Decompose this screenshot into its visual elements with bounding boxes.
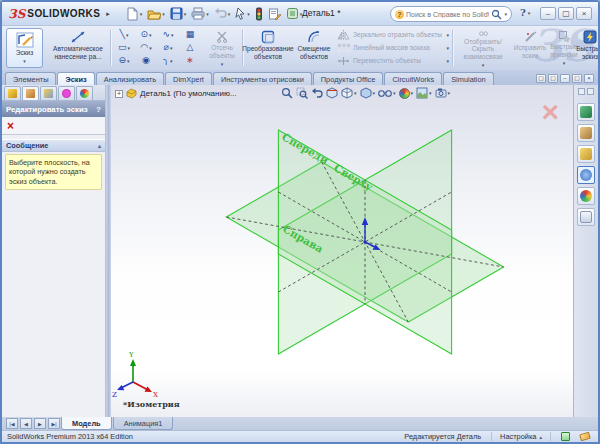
- dropdown-icon[interactable]: ▾: [126, 32, 129, 38]
- graphics-viewport[interactable]: Спереди Сверху Справа: [111, 85, 573, 417]
- dropdown-icon[interactable]: ▾: [354, 90, 357, 96]
- dropdown-icon[interactable]: ▾: [446, 58, 449, 64]
- design-library-button[interactable]: [577, 124, 595, 142]
- point-tool[interactable]: ∗: [179, 56, 201, 65]
- tab-scroll-first-button[interactable]: |◀: [6, 418, 18, 429]
- display-relations-button[interactable]: Отобразить/Скрыть взаимосвязи ▾: [455, 28, 511, 68]
- confirmation-corner-cancel[interactable]: ×: [541, 97, 559, 127]
- dropdown-icon[interactable]: ▾: [228, 11, 231, 17]
- model-tab[interactable]: Модель: [61, 417, 112, 430]
- status-tag-icon[interactable]: [579, 432, 590, 441]
- propertymanager-help-icon[interactable]: ?: [96, 105, 101, 114]
- search-magnifier-icon[interactable]: [491, 9, 502, 20]
- dropdown-icon[interactable]: ▾: [411, 90, 414, 96]
- convert-entities-button[interactable]: Преобразование объектов: [245, 28, 291, 68]
- polygon-tool[interactable]: △: [179, 43, 201, 52]
- rapid-sketch-button[interactable]: Быстрый эскиз: [580, 28, 598, 68]
- tab-simulation[interactable]: Simulation: [443, 72, 494, 85]
- slot-tool[interactable]: ⊖▾: [113, 56, 135, 65]
- dropdown-icon[interactable]: ▾: [128, 45, 131, 51]
- tab-scroll-right-button[interactable]: ▶: [34, 418, 46, 429]
- animation-tab[interactable]: Анимация1: [113, 417, 174, 430]
- dropdown-icon[interactable]: ▾: [170, 45, 173, 51]
- repair-sketch-button[interactable]: Исправить эскиз: [513, 28, 547, 68]
- dropdown-icon[interactable]: ▾: [140, 11, 143, 17]
- zoom-fit-button[interactable]: [281, 87, 293, 99]
- dropdown-icon[interactable]: ▾: [149, 45, 152, 51]
- doc-close-button[interactable]: ×: [584, 74, 594, 83]
- solidworks-logo[interactable]: ЗS SOLIDWORKS ▸: [2, 8, 114, 20]
- displaymanager-tab[interactable]: [76, 86, 93, 100]
- doc-new-window-button[interactable]: ▢: [548, 74, 558, 83]
- line-tool[interactable]: ╲▾: [113, 30, 135, 39]
- dropdown-icon[interactable]: ▾: [247, 11, 250, 17]
- dropdown-icon[interactable]: ▾: [221, 61, 224, 67]
- trim-entities-button[interactable]: Отсечь объекты ▾: [205, 28, 239, 68]
- edit-appearance-button[interactable]: ▾: [399, 88, 414, 99]
- taskpane-pin-icon[interactable]: [578, 88, 585, 95]
- close-button[interactable]: ×: [576, 7, 592, 20]
- dropdown-icon[interactable]: ▾: [446, 45, 449, 51]
- section-view-button[interactable]: [326, 87, 338, 99]
- circle-tool[interactable]: ⊙▾: [135, 30, 157, 39]
- restore-button[interactable]: ▢: [558, 7, 574, 20]
- tab-circuitworks[interactable]: CircuitWorks: [384, 72, 442, 85]
- dropdown-icon[interactable]: ▾: [170, 58, 173, 64]
- tree-expand-icon[interactable]: +: [115, 90, 123, 98]
- dropdown-icon[interactable]: ▾: [528, 10, 531, 16]
- minimize-button[interactable]: –: [540, 7, 556, 20]
- new-document-button[interactable]: ▾: [124, 5, 145, 23]
- move-entities-button[interactable]: Переместить объекты ▾: [337, 55, 449, 67]
- sketch-button[interactable]: Эскиз ▾: [6, 28, 43, 68]
- cancel-sketch-button[interactable]: ×: [7, 120, 14, 132]
- display-style-button[interactable]: ▾: [360, 87, 376, 99]
- dropdown-icon[interactable]: ▾: [373, 90, 376, 96]
- open-document-button[interactable]: ▾: [145, 5, 167, 23]
- file-explorer-button[interactable]: [577, 145, 595, 163]
- fillet-tool[interactable]: ╮▾: [157, 56, 179, 65]
- flyout-feature-tree[interactable]: + Деталь1 (По умолчанию...: [115, 88, 237, 99]
- print-button[interactable]: ▾: [189, 5, 211, 23]
- dropdown-icon[interactable]: ▾: [171, 32, 174, 38]
- search-input[interactable]: [406, 11, 489, 18]
- dropdown-icon[interactable]: ▾: [448, 90, 451, 96]
- solidworks-resources-button[interactable]: [577, 103, 595, 121]
- dropdown-icon[interactable]: ▾: [206, 11, 209, 17]
- quick-snaps-button[interactable]: Быстрые привязки ▾: [549, 28, 579, 68]
- tab-office-products[interactable]: Продукты Office: [313, 72, 384, 85]
- rebuild-button[interactable]: [253, 5, 265, 23]
- configuration-selector[interactable]: Настройка ▴: [491, 432, 551, 441]
- propertymanager-tab[interactable]: [22, 86, 39, 100]
- appearances-scenes-button[interactable]: [577, 187, 595, 205]
- dropdown-icon[interactable]: ▾: [162, 11, 165, 17]
- dropdown-icon[interactable]: ▾: [563, 60, 566, 66]
- apply-scene-button[interactable]: ▾: [416, 87, 432, 99]
- perimeter-circle-tool[interactable]: ◉: [135, 56, 157, 65]
- sketch-picture-tool[interactable]: ▦: [179, 30, 201, 39]
- dropdown-icon[interactable]: ▾: [149, 32, 152, 38]
- file-properties-button[interactable]: [266, 5, 283, 23]
- dropdown-icon[interactable]: ▾: [429, 90, 432, 96]
- featuremanager-tab[interactable]: [4, 86, 21, 100]
- select-tool-button[interactable]: ▾: [233, 5, 252, 23]
- spline-tool[interactable]: ∿▾: [157, 30, 179, 39]
- view-settings-button[interactable]: ▾: [435, 87, 451, 99]
- tab-scroll-left-button[interactable]: ◀: [20, 418, 32, 429]
- custom-properties-button[interactable]: [577, 208, 595, 226]
- dropdown-icon[interactable]: ▾: [393, 90, 396, 96]
- mirror-entities-button[interactable]: Зеркально отразить объекты ▾: [337, 29, 449, 41]
- configuration-arrow-icon[interactable]: ▴: [539, 434, 542, 440]
- tab-sketch[interactable]: Эскиз: [57, 72, 94, 85]
- help-button[interactable]: ? ▾: [520, 7, 530, 18]
- message-section-header[interactable]: Сообщение ▴: [2, 139, 105, 152]
- linear-pattern-button[interactable]: Линейный массив эскиза ▾: [337, 42, 449, 54]
- dropdown-icon[interactable]: ▾: [23, 58, 26, 64]
- rectangle-tool[interactable]: ▭▾: [113, 43, 135, 52]
- offset-entities-button[interactable]: Смещение объектов: [293, 28, 335, 68]
- view-palette-button[interactable]: [577, 166, 595, 184]
- menu-expand-arrow-icon[interactable]: ▸: [106, 10, 110, 18]
- zoom-area-button[interactable]: [296, 87, 308, 99]
- view-orientation-button[interactable]: ▾: [341, 87, 357, 99]
- smart-dimension-button[interactable]: Автоматическое нанесение ра...: [46, 28, 110, 68]
- tab-evaluate[interactable]: Анализировать: [96, 72, 164, 85]
